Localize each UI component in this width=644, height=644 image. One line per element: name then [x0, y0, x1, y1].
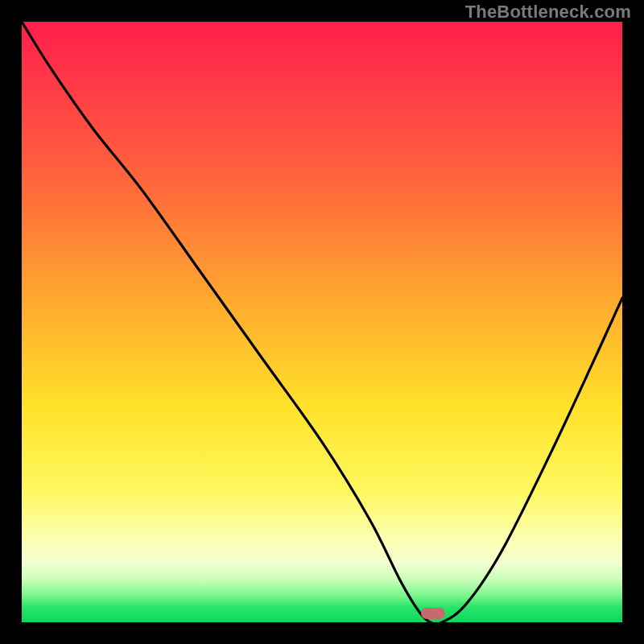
- plot-area: [22, 22, 622, 622]
- optimal-point-marker: [421, 608, 445, 619]
- chart-frame: TheBottleneck.com: [0, 0, 644, 644]
- bottleneck-curve: [22, 22, 622, 622]
- watermark-label: TheBottleneck.com: [465, 2, 631, 23]
- curve-path: [22, 22, 622, 622]
